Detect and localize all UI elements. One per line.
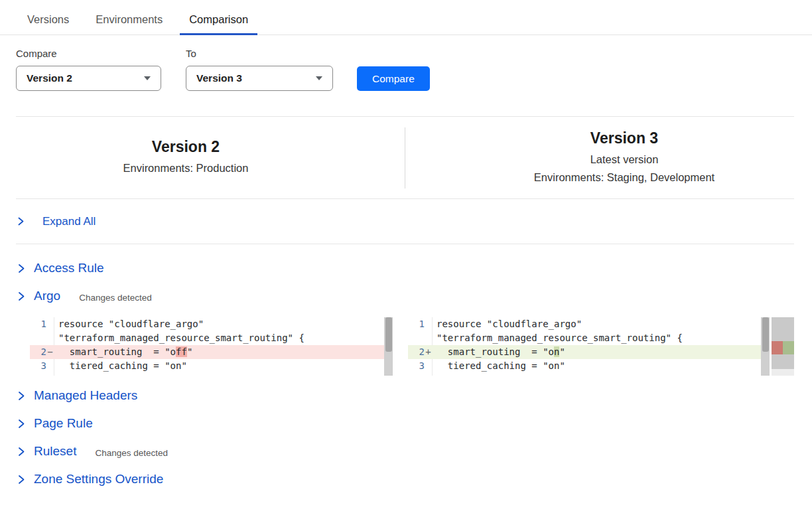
- chevron-right-icon: [17, 291, 25, 301]
- changes-detected-badge: Changes detected: [79, 290, 152, 303]
- tab-environments[interactable]: Environments: [86, 12, 172, 35]
- code-text: }: [54, 373, 384, 376]
- section-label: Zone Settings Override: [34, 472, 163, 486]
- ruler-removed-marker: [772, 341, 783, 354]
- diff-line: 3 tiered_caching = "on": [30, 359, 384, 373]
- code-text: smart_routing = "off": [54, 345, 384, 359]
- tab-versions[interactable]: Versions: [18, 12, 78, 35]
- line-number: 4: [408, 373, 425, 376]
- diff-line: 1 resource "cloudflare_argo" "terraform_…: [30, 317, 384, 345]
- section-page-rule[interactable]: Page Rule: [16, 415, 794, 431]
- scrollbar-thumb[interactable]: [385, 317, 392, 352]
- line-number: 4: [30, 373, 46, 376]
- vertical-scrollbar[interactable]: [761, 317, 770, 376]
- to-field-label: To: [186, 48, 333, 59]
- line-number: 3: [408, 359, 425, 373]
- section-zone-settings-override[interactable]: Zone Settings Override: [16, 471, 794, 487]
- section-label: Ruleset: [34, 444, 76, 459]
- diff-overview-ruler[interactable]: [772, 317, 794, 376]
- version-headers: Version 2 Environments: Production Versi…: [16, 117, 794, 199]
- minus-sign: −: [46, 345, 54, 359]
- compare-form: Compare Version 2 To Version 3 Compare: [16, 48, 794, 91]
- changes-detected-badge: Changes detected: [95, 445, 168, 458]
- left-version-title: Version 2: [16, 138, 356, 156]
- line-number: 1: [30, 317, 46, 345]
- code-text: resource "cloudflare_argo" "terraform_ma…: [432, 317, 761, 345]
- ruler-changed-block: [772, 341, 794, 354]
- ruler-unchanged-block: [772, 354, 794, 369]
- chevron-down-icon: [316, 76, 322, 80]
- diff-line-added: 2+ smart_routing = "on": [408, 345, 761, 359]
- ruler-tail: [772, 369, 794, 376]
- section-managed-headers[interactable]: Managed Headers: [16, 388, 794, 404]
- section-ruleset[interactable]: Ruleset Changes detected: [16, 443, 794, 459]
- vertical-divider: [405, 127, 405, 188]
- chevron-right-icon: [17, 447, 25, 457]
- diff-line: 1 resource "cloudflare_argo" "terraform_…: [408, 317, 761, 345]
- chevron-down-icon: [144, 76, 151, 80]
- ruler-unchanged-block: [772, 317, 794, 341]
- right-version-title: Version 3: [454, 129, 794, 147]
- to-version-select[interactable]: Version 3: [186, 66, 333, 91]
- diff-panel-right: 1 resource "cloudflare_argo" "terraform_…: [408, 317, 770, 376]
- compare-version-select-value: Version 2: [27, 72, 72, 84]
- diff-line: 4 }: [30, 373, 384, 376]
- section-access-rule[interactable]: Access Rule: [16, 260, 794, 276]
- diff-code-right: 1 resource "cloudflare_argo" "terraform_…: [408, 317, 761, 376]
- version-header-right: Version 3 Latest version Environments: S…: [454, 129, 794, 187]
- chevron-right-icon: [17, 475, 25, 485]
- code-text: tiered_caching = "on": [432, 359, 761, 373]
- expand-all-label: Expand All: [42, 215, 96, 228]
- right-version-subtitle: Latest version: [454, 151, 794, 169]
- section-label: Argo: [34, 289, 60, 303]
- ruler-added-marker: [783, 341, 794, 354]
- expand-all-button[interactable]: Expand All: [16, 199, 794, 244]
- section-label: Managed Headers: [34, 388, 137, 403]
- diff-code-left: 1 resource "cloudflare_argo" "terraform_…: [30, 317, 384, 376]
- line-number: 2: [408, 345, 425, 359]
- code-text: resource "cloudflare_argo" "terraform_ma…: [54, 317, 384, 345]
- code-text: }: [432, 373, 761, 376]
- removed-word-highlight: ff: [176, 346, 187, 357]
- to-field: To Version 3: [186, 48, 333, 91]
- vertical-scrollbar[interactable]: [384, 317, 393, 376]
- tab-bar: Versions Environments Comparison: [0, 0, 812, 35]
- tab-comparison[interactable]: Comparison: [180, 12, 257, 35]
- chevron-right-icon: [17, 419, 25, 429]
- code-text: smart_routing = "on": [432, 345, 761, 359]
- compare-field: Compare Version 2: [16, 48, 161, 91]
- to-version-select-value: Version 3: [196, 72, 242, 84]
- diff-line-removed: 2− smart_routing = "off": [30, 345, 384, 359]
- code-text: tiered_caching = "on": [54, 359, 384, 373]
- section-argo[interactable]: Argo Changes detected: [16, 288, 794, 304]
- line-number: 1: [408, 317, 425, 345]
- right-version-environments: Environments: Staging, Development: [454, 169, 794, 187]
- diff-line: 3 tiered_caching = "on": [408, 359, 761, 373]
- left-version-environments: Environments: Production: [16, 159, 356, 177]
- section-label: Page Rule: [34, 416, 93, 431]
- line-number: 2: [30, 345, 46, 359]
- scrollbar-thumb[interactable]: [762, 317, 769, 352]
- compare-field-label: Compare: [16, 48, 161, 59]
- compare-version-select[interactable]: Version 2: [16, 66, 161, 91]
- diff-panel-left: 1 resource "cloudflare_argo" "terraform_…: [30, 317, 393, 376]
- diff-line: 4 }: [408, 373, 761, 376]
- chevron-right-icon: [17, 391, 25, 401]
- argo-diff-viewer: 1 resource "cloudflare_argo" "terraform_…: [30, 317, 794, 376]
- plus-sign: +: [425, 345, 432, 359]
- compare-button[interactable]: Compare: [357, 66, 430, 91]
- chevron-right-icon: [17, 217, 25, 226]
- line-number: 3: [30, 359, 46, 373]
- chevron-right-icon: [17, 263, 25, 273]
- version-header-left: Version 2 Environments: Production: [16, 138, 356, 177]
- section-label: Access Rule: [34, 261, 104, 275]
